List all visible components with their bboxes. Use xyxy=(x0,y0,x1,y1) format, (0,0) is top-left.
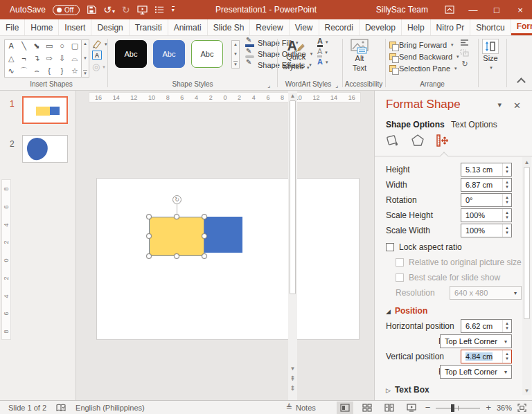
resize-handle-sw[interactable] xyxy=(146,253,152,259)
ribbon-tab[interactable]: Help xyxy=(402,19,431,35)
pane-scroll-down-icon[interactable]: ▼ xyxy=(524,386,530,395)
pane-close-icon[interactable]: ✕ xyxy=(513,100,521,111)
slideshow-view-button[interactable] xyxy=(403,402,420,414)
customize-qat-icon[interactable]: ▾ xyxy=(172,6,175,13)
shape-style-chip[interactable]: Abc xyxy=(191,40,223,68)
notes-toggle[interactable]: ≜Notes xyxy=(286,403,316,412)
shape-gallery-item[interactable]: ☆ xyxy=(69,64,81,77)
ribbon-tab[interactable]: File xyxy=(0,19,25,35)
resize-handle-e[interactable] xyxy=(202,233,207,239)
undo-icon[interactable]: ↺▾ xyxy=(103,5,115,15)
slide-canvas[interactable]: ↻ xyxy=(97,179,359,339)
account-name[interactable]: SillySac Team xyxy=(376,5,428,15)
shape-gallery-item[interactable]: A xyxy=(5,40,17,53)
ribbon-tab[interactable]: Format xyxy=(511,19,532,35)
size-button[interactable]: Size ▾ xyxy=(482,39,499,71)
autosave-toggle[interactable]: Off xyxy=(53,5,80,15)
zoom-in-button[interactable]: + xyxy=(486,402,491,413)
height-input[interactable]: 5.13 cm▲▼ xyxy=(461,163,512,177)
shape-gallery-item[interactable]: ⌢ xyxy=(30,64,43,77)
text-outline-button[interactable]: A▾ xyxy=(317,48,328,57)
horizontal-position-input[interactable]: 6.62 cm▲▼ xyxy=(461,319,512,333)
shape-gallery-item[interactable]: ⇨ xyxy=(43,53,55,65)
shape-style-chip[interactable]: Abc xyxy=(115,40,147,68)
canvas-scrollbar[interactable]: ▲ ▼ ⇞ ⇟ xyxy=(288,91,297,400)
resize-handle-s[interactable] xyxy=(174,253,179,259)
resize-handle-n[interactable] xyxy=(174,214,179,219)
arrange-menu-item[interactable]: Send Backward▾ xyxy=(389,51,459,62)
previous-slide-icon[interactable]: ⇞ xyxy=(290,373,295,383)
vertical-position-spinner[interactable]: ▲▼ xyxy=(502,350,511,363)
height-spinner[interactable]: ▲▼ xyxy=(502,163,511,176)
ribbon-tab[interactable]: Design xyxy=(91,19,129,35)
scale-height-input[interactable]: 100%▲▼ xyxy=(461,208,512,222)
shape-gallery-item[interactable]: ∿ xyxy=(5,64,17,77)
horizontal-ruler[interactable]: 1614121086420246810121416 xyxy=(89,92,361,102)
lock-aspect-checkbox[interactable] xyxy=(386,243,394,251)
ribbon-tab[interactable]: Nitro Pr xyxy=(431,19,471,35)
slide-sorter-view-button[interactable] xyxy=(359,402,375,414)
best-scale-checkbox[interactable] xyxy=(396,273,404,282)
textbox-section-header[interactable]: ▷Text Box xyxy=(386,385,429,395)
zoom-slider[interactable] xyxy=(436,403,480,413)
shape-gallery-item[interactable]: ▭ xyxy=(43,40,55,53)
scroll-down-icon[interactable]: ▼ xyxy=(290,363,296,373)
scale-height-spinner[interactable]: ▲▼ xyxy=(502,209,511,222)
zoom-slider-thumb[interactable] xyxy=(451,404,454,412)
scale-width-spinner[interactable]: ▲▼ xyxy=(502,224,511,237)
resize-handle-se[interactable] xyxy=(202,253,207,259)
resolution-dropdown[interactable]: 640 x 480▾ xyxy=(450,286,522,300)
zoom-out-button[interactable]: − xyxy=(425,402,431,413)
quick-styles-button[interactable]: A🖉︎ Quick Styles ▾ xyxy=(283,39,310,72)
scroll-up-icon[interactable]: ▲ xyxy=(290,91,296,100)
fit-slide-to-window-icon[interactable] xyxy=(517,404,526,412)
redo-icon[interactable]: ↻ xyxy=(122,5,130,15)
vertical-position-input[interactable]: 4.84 cm▲▼ xyxy=(461,350,512,363)
scale-width-input[interactable]: 100%▲▼ xyxy=(461,224,512,237)
text-effects-button[interactable]: A▾ xyxy=(317,58,328,66)
shape-gallery-item[interactable]: } xyxy=(55,64,68,77)
shape-styles-dialog-launcher-icon[interactable]: ⌟ xyxy=(267,82,270,89)
yellow-rectangle-shape[interactable] xyxy=(149,217,204,256)
shape-gallery-item[interactable]: △ xyxy=(5,53,17,65)
spell-check-icon[interactable] xyxy=(56,404,66,412)
ribbon-display-options-icon[interactable] xyxy=(438,0,461,19)
language-indicator[interactable]: English (Philippines) xyxy=(76,404,145,412)
zoom-level[interactable]: 36% xyxy=(497,404,512,412)
from-dropdown-2[interactable]: Top Left Corner▾ xyxy=(440,365,512,379)
normal-view-button[interactable] xyxy=(337,402,353,414)
slide-thumbnail-2[interactable] xyxy=(22,135,68,163)
slide-counter[interactable]: Slide 1 of 2 xyxy=(8,404,46,412)
shape-gallery-item[interactable]: ⇩ xyxy=(55,53,68,65)
shape-gallery-item[interactable]: ○ xyxy=(55,40,68,53)
tab-shape-options[interactable]: Shape Options xyxy=(386,120,445,129)
maximize-button[interactable]: □ xyxy=(485,0,508,19)
relative-size-checkbox[interactable] xyxy=(396,258,404,267)
reading-view-button[interactable] xyxy=(381,402,398,414)
close-button[interactable]: × xyxy=(508,0,532,19)
resize-handle-w[interactable] xyxy=(146,233,152,239)
ribbon-tab[interactable]: Shortcu xyxy=(470,19,511,35)
arrange-menu-item[interactable]: Bring Forward▾ xyxy=(389,39,459,51)
shape-gallery-item[interactable]: ▢ xyxy=(69,40,81,53)
rotation-input[interactable]: 0°▲▼ xyxy=(461,193,512,207)
position-section-header[interactable]: ◢Position xyxy=(386,306,427,316)
arrange-menu-item[interactable]: Selection Pane▾ xyxy=(389,62,459,74)
pane-scrollbar-thumb[interactable] xyxy=(524,167,530,319)
horizontal-position-spinner[interactable]: ▲▼ xyxy=(502,320,511,332)
scrollbar-thumb[interactable] xyxy=(290,100,296,294)
align-objects-icon[interactable] xyxy=(460,39,470,46)
shape-gallery-item[interactable]: ⌒ xyxy=(17,64,30,77)
start-slideshow-icon[interactable] xyxy=(137,6,148,15)
minimize-button[interactable]: — xyxy=(461,0,485,19)
draw-text-box-button[interactable]: A xyxy=(92,51,107,60)
shape-style-chip[interactable]: Abc xyxy=(153,40,185,68)
ribbon-tab[interactable]: Review xyxy=(250,19,289,35)
width-input[interactable]: 6.87 cm▲▼ xyxy=(461,178,512,192)
shape-gallery-item[interactable]: ⬊ xyxy=(30,40,43,53)
pane-scrollbar[interactable]: ▲ ▼ xyxy=(522,157,531,395)
edit-shape-button[interactable]: ▾ xyxy=(92,39,107,48)
ribbon-tab[interactable]: Slide Sh xyxy=(208,19,251,35)
ribbon-tab[interactable]: Insert xyxy=(59,19,91,35)
from-dropdown-1[interactable]: Top Left Corner▾ xyxy=(440,334,512,348)
